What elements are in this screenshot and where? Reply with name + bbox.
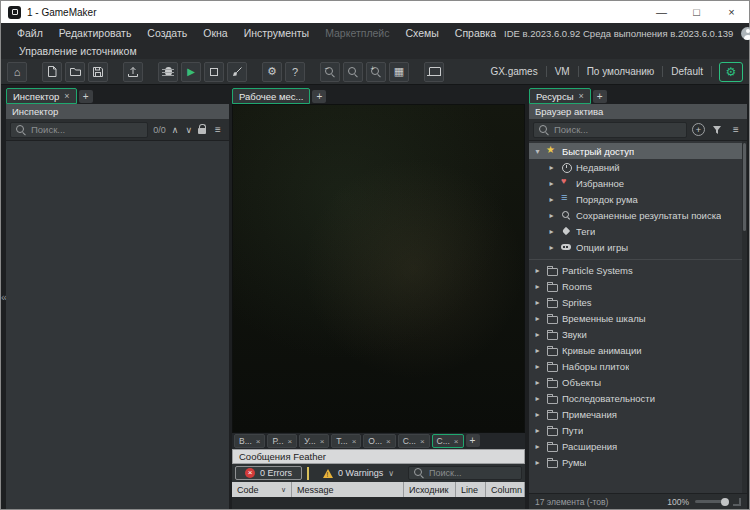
close-button[interactable]: × (714, 1, 749, 23)
asset-folder-row[interactable]: ▸Звуки (529, 326, 747, 342)
tree-item[interactable]: ▸Теги (529, 223, 747, 239)
chevron-right-icon[interactable]: ▸ (533, 458, 542, 467)
warnings-button[interactable]: 0 Warnings ∨ (314, 466, 403, 480)
tab-workspace[interactable]: Рабочее мес... (232, 88, 310, 104)
output-tab[interactable]: С...× (432, 434, 464, 448)
lock-icon[interactable] (198, 128, 206, 134)
close-icon[interactable]: × (578, 91, 583, 101)
add-tab-button[interactable]: + (79, 90, 93, 103)
close-icon[interactable]: × (454, 437, 459, 446)
column-header-source[interactable]: Исходник (404, 482, 456, 497)
zoom-reset-button[interactable] (343, 62, 363, 82)
chevron-right-icon[interactable]: ▸ (533, 410, 542, 419)
target-output-button[interactable]: VM (547, 66, 579, 77)
chevron-down-icon[interactable]: ▾ (533, 147, 542, 156)
target-config-button[interactable]: По умолчанию (579, 66, 664, 77)
close-icon[interactable]: × (256, 437, 261, 446)
asset-folder-row[interactable]: ▸Временные шкалы (529, 310, 747, 326)
tree-item[interactable]: ▸Опции игры (529, 239, 747, 255)
chevron-right-icon[interactable]: ▸ (547, 195, 556, 204)
column-header-column[interactable]: Column (486, 482, 525, 497)
target-platform-button[interactable]: GX.games (482, 66, 546, 77)
menu-item[interactable]: Файл (9, 27, 51, 39)
chevron-right-icon[interactable]: ▸ (533, 362, 542, 371)
resources-menu-icon[interactable]: ≡ (729, 123, 743, 137)
column-header-message[interactable]: Message (292, 482, 404, 497)
column-header-line[interactable]: Line (456, 482, 486, 497)
new-project-button[interactable] (42, 62, 62, 82)
create-executable-button[interactable] (123, 62, 143, 82)
asset-folder-row[interactable]: ▸Последовательности (529, 390, 747, 406)
user-avatar[interactable] (741, 27, 750, 40)
output-tab[interactable]: С...× (398, 434, 430, 448)
chevron-right-icon[interactable]: ▸ (533, 282, 542, 291)
scrollbar-thumb[interactable] (743, 143, 746, 231)
chevron-right-icon[interactable]: ▸ (533, 266, 542, 275)
tree-item[interactable]: ▸Избранное (529, 175, 747, 191)
add-tab-button[interactable]: + (312, 90, 326, 103)
help-button[interactable]: ? (285, 62, 305, 82)
run-button[interactable]: ▶ (181, 62, 201, 82)
tree-item[interactable]: ▸Недавний (529, 159, 747, 175)
tree-item[interactable]: ▸Сохраненные результаты поиска (529, 207, 747, 223)
chevron-right-icon[interactable]: ▸ (533, 314, 542, 323)
menu-item[interactable]: Инструменты (236, 27, 317, 39)
scrollbar[interactable] (742, 141, 747, 493)
asset-folder-row[interactable]: ▸Расширения (529, 438, 747, 454)
add-tab-button[interactable]: + (466, 434, 480, 447)
close-icon[interactable]: × (386, 437, 391, 446)
debug-button[interactable] (158, 62, 178, 82)
workspace-canvas[interactable] (232, 104, 525, 433)
tab-resources[interactable]: Ресурсы × (529, 88, 591, 104)
output-tab[interactable]: О...× (363, 434, 395, 448)
target-settings-button[interactable]: ⚙ (719, 62, 743, 82)
game-options-button[interactable]: ⚙ (262, 62, 282, 82)
clean-button[interactable] (227, 62, 247, 82)
save-project-button[interactable] (88, 62, 108, 82)
close-icon[interactable]: × (64, 91, 69, 101)
stop-button[interactable] (204, 62, 224, 82)
menu-item[interactable]: Редактировать (51, 27, 140, 39)
output-search-box[interactable] (408, 466, 522, 480)
chevron-right-icon[interactable]: ▸ (547, 211, 556, 220)
inspector-search-box[interactable] (10, 122, 148, 138)
chevron-right-icon[interactable]: ▸ (533, 330, 542, 339)
close-icon[interactable]: × (352, 437, 357, 446)
chevron-right-icon[interactable]: ▸ (533, 298, 542, 307)
asset-folder-row[interactable]: ▸Румы (529, 454, 747, 470)
minimize-button[interactable]: — (644, 1, 679, 23)
resources-search-box[interactable] (533, 122, 687, 138)
close-icon[interactable]: × (288, 437, 293, 446)
asset-folder-row[interactable]: ▸Sprites (529, 294, 747, 310)
output-tab[interactable]: Т...× (331, 434, 361, 448)
output-tab[interactable]: У...× (299, 434, 329, 448)
chevron-right-icon[interactable]: ▸ (547, 243, 556, 252)
grid-view-button[interactable]: ▦ (389, 62, 409, 82)
maximize-button[interactable]: □ (679, 1, 714, 23)
filter-icon[interactable] (710, 123, 724, 137)
chevron-right-icon[interactable]: ▸ (533, 394, 542, 403)
menu-item-source-control[interactable]: Управление источником (11, 45, 145, 57)
menu-item[interactable]: Справка (447, 27, 504, 39)
target-device-button[interactable]: Default (663, 66, 712, 77)
search-next-button[interactable]: ∨ (184, 125, 193, 135)
inspector-menu-icon[interactable]: ≡ (211, 123, 225, 137)
chevron-right-icon[interactable]: ▸ (547, 179, 556, 188)
close-icon[interactable]: × (420, 437, 425, 446)
asset-folder-row[interactable]: ▸Rooms (529, 278, 747, 294)
tree-item-quick-access[interactable]: ▾ Быстрый доступ (529, 143, 747, 159)
zoom-slider-thumb[interactable] (721, 498, 729, 506)
add-tab-button[interactable]: + (593, 90, 607, 103)
inspector-search-input[interactable] (31, 124, 143, 135)
chevron-right-icon[interactable]: ▸ (533, 346, 542, 355)
chevron-right-icon[interactable]: ▸ (547, 163, 556, 172)
titlebar[interactable]: 1 - GameMaker — □ × (1, 1, 749, 23)
asset-folder-row[interactable]: ▸Кривые анимации (529, 342, 747, 358)
output-tab[interactable]: Р...× (267, 434, 297, 448)
resources-search-input[interactable] (554, 124, 682, 135)
output-tab[interactable]: В...× (234, 434, 265, 448)
zoom-slider[interactable] (695, 500, 727, 503)
asset-folder-row[interactable]: ▸Наборы плиток (529, 358, 747, 374)
asset-folder-row[interactable]: ▸Пути (529, 422, 747, 438)
column-header-code[interactable]: Code∨ (232, 482, 292, 497)
